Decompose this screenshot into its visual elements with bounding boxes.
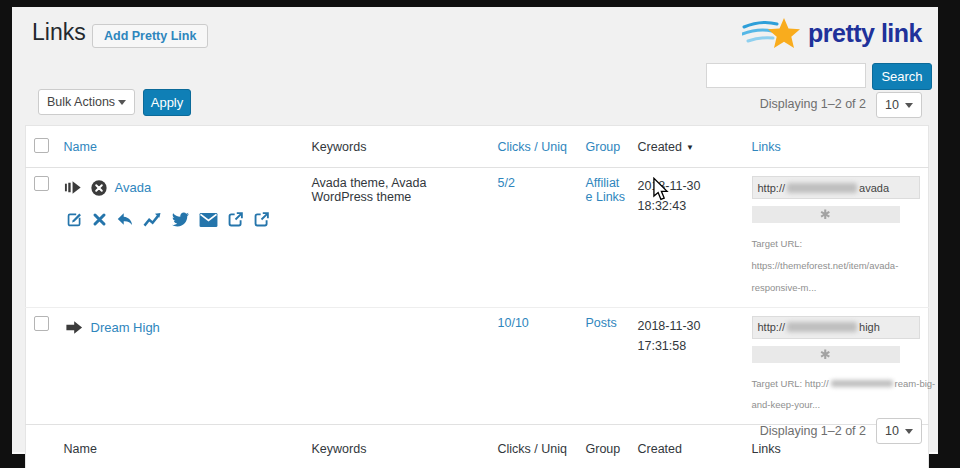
column-header-name[interactable]: Name xyxy=(64,140,97,154)
table-row: Dream High 10/10 Posts 2018-11-30 17:31:… xyxy=(26,307,929,425)
nofollow-circle-x-icon xyxy=(90,179,108,197)
page-size-value: 10 xyxy=(885,424,899,438)
page-size-select[interactable]: 10 xyxy=(876,92,922,118)
redacted-domain xyxy=(831,380,893,387)
sort-desc-icon: ▼ xyxy=(686,143,694,152)
target-url-text: Target URL: https://themeforest.net/item… xyxy=(752,233,937,299)
links-table: Name Keywords Clicks / Uniq Group Create… xyxy=(25,125,929,468)
displaying-count: Displaying 1–2 of 2 xyxy=(760,97,866,111)
pretty-url-field[interactable]: http://avada xyxy=(752,176,920,199)
footer-column-clicks: Clicks / Uniq xyxy=(490,425,582,468)
displaying-count: Displaying 1–2 of 2 xyxy=(760,424,866,438)
chevron-down-icon xyxy=(118,100,126,105)
blurred-slug-strip: ✱ xyxy=(752,206,900,223)
footer-column-group: Group xyxy=(586,442,621,456)
sparkle-icon: ✱ xyxy=(820,207,831,222)
footer-column-name: Name xyxy=(56,425,304,468)
add-pretty-link-button[interactable]: Add Pretty Link xyxy=(92,24,208,48)
group-link[interactable]: Posts xyxy=(586,316,617,330)
select-all-checkbox[interactable] xyxy=(34,138,49,153)
tracking-arrow-icon xyxy=(64,178,83,197)
open-pretty-link-icon[interactable] xyxy=(227,211,244,228)
row-checkbox[interactable] xyxy=(34,316,49,331)
chevron-down-icon xyxy=(905,429,913,434)
redacted-domain xyxy=(787,183,857,193)
clicks-link[interactable]: 10/10 xyxy=(498,316,529,330)
reset-icon[interactable] xyxy=(116,211,134,228)
pretty-url-field[interactable]: http://high xyxy=(752,316,920,339)
sparkle-icon: ✱ xyxy=(820,347,831,362)
search-input[interactable] xyxy=(706,63,866,88)
created-cell: 2018-11-30 18:32:43 xyxy=(630,168,738,308)
delete-icon[interactable] xyxy=(92,212,107,227)
link-name[interactable]: Dream High xyxy=(91,320,160,335)
apply-button[interactable]: Apply xyxy=(143,89,191,116)
created-cell: 2018-11-30 17:31:58 xyxy=(630,307,738,425)
column-header-created[interactable]: Created▼ xyxy=(638,140,694,154)
column-header-keywords: Keywords xyxy=(304,126,490,168)
column-header-links[interactable]: Links xyxy=(752,140,781,154)
admin-content-area: Links Add Pretty Link pretty link Search… xyxy=(12,7,938,454)
open-target-url-icon[interactable] xyxy=(253,211,270,228)
page-title: Links xyxy=(32,19,86,46)
keywords-cell: Avada theme, Avada WordPress theme xyxy=(304,168,490,308)
brand-name: pretty link xyxy=(808,19,922,48)
blurred-slug-strip: ✱ xyxy=(752,346,900,363)
stats-icon[interactable] xyxy=(143,211,162,228)
bulk-actions-label: Bulk Actions xyxy=(47,95,115,109)
tweet-icon[interactable] xyxy=(171,211,190,228)
redacted-domain xyxy=(787,322,857,332)
email-icon[interactable] xyxy=(199,212,218,228)
keywords-cell xyxy=(304,307,490,425)
pretty-link-logo: pretty link xyxy=(742,15,922,51)
footer-column-keywords: Keywords xyxy=(304,425,490,468)
table-row: Avada xyxy=(26,168,929,308)
chevron-down-icon xyxy=(905,103,913,108)
shooting-star-icon xyxy=(742,15,804,51)
arrow-icon xyxy=(64,318,84,337)
row-checkbox[interactable] xyxy=(34,176,49,191)
table-header-row: Name Keywords Clicks / Uniq Group Create… xyxy=(26,126,929,168)
column-header-clicks[interactable]: Clicks / Uniq xyxy=(498,140,567,154)
footer-column-created: Created xyxy=(630,425,738,468)
page-size-select[interactable]: 10 xyxy=(876,418,922,444)
bulk-actions-select[interactable]: Bulk Actions xyxy=(38,89,135,115)
column-header-group[interactable]: Group xyxy=(586,140,621,154)
link-name[interactable]: Avada xyxy=(115,180,152,195)
page-size-value: 10 xyxy=(885,98,899,112)
clicks-link[interactable]: 5/2 xyxy=(498,176,515,190)
target-url-text: Target URL: http://ream-big-and-keep-you… xyxy=(752,373,937,417)
edit-icon[interactable] xyxy=(66,211,83,228)
search-button[interactable]: Search xyxy=(872,63,932,90)
group-link[interactable]: Affiliate Links xyxy=(586,176,626,204)
